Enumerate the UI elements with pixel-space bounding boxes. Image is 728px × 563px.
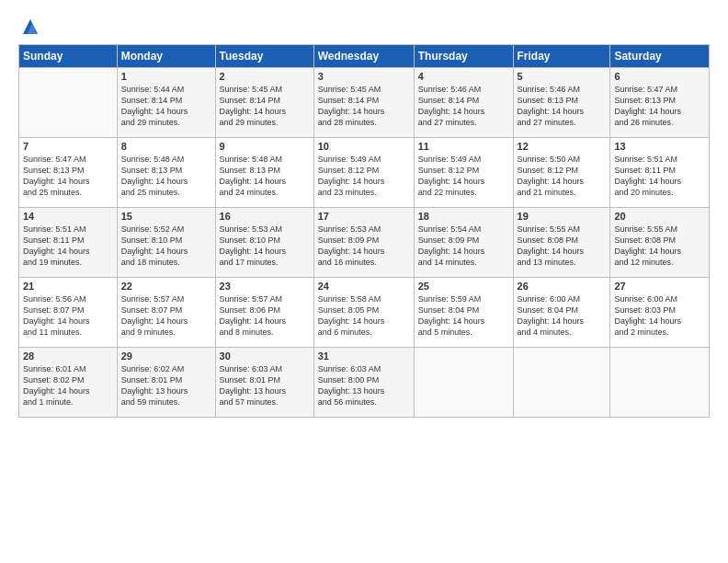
day-number: 25: [418, 281, 509, 292]
day-number: 13: [614, 141, 705, 152]
day-number: 28: [23, 350, 113, 362]
day-number: 17: [318, 211, 410, 222]
weekday-header-sunday: Sunday: [19, 45, 118, 68]
calendar-week-row: 21Sunrise: 5:56 AM Sunset: 8:07 PM Dayli…: [19, 278, 710, 348]
day-number: 22: [121, 281, 211, 292]
calendar-cell: 6Sunrise: 5:47 AM Sunset: 8:13 PM Daylig…: [610, 68, 710, 138]
day-number: 4: [418, 71, 509, 82]
calendar-cell: 8Sunrise: 5:48 AM Sunset: 8:13 PM Daylig…: [117, 138, 215, 208]
day-number: 29: [121, 350, 211, 362]
cell-info: Sunrise: 6:00 AM Sunset: 8:03 PM Dayligh…: [614, 293, 705, 339]
day-number: 6: [614, 71, 705, 82]
calendar-week-row: 14Sunrise: 5:51 AM Sunset: 8:11 PM Dayli…: [19, 208, 710, 278]
day-number: 10: [318, 141, 410, 152]
cell-info: Sunrise: 5:59 AM Sunset: 8:04 PM Dayligh…: [418, 293, 509, 339]
cell-info: Sunrise: 5:50 AM Sunset: 8:12 PM Dayligh…: [518, 154, 607, 199]
cell-info: Sunrise: 5:45 AM Sunset: 8:14 PM Dayligh…: [220, 84, 310, 129]
calendar-cell: 10Sunrise: 5:49 AM Sunset: 8:12 PM Dayli…: [313, 138, 414, 208]
cell-info: Sunrise: 5:58 AM Sunset: 8:05 PM Dayligh…: [318, 293, 410, 339]
calendar-cell: 23Sunrise: 5:57 AM Sunset: 8:06 PM Dayli…: [215, 278, 313, 348]
calendar-cell: 15Sunrise: 5:52 AM Sunset: 8:10 PM Dayli…: [117, 208, 215, 278]
cell-info: Sunrise: 5:48 AM Sunset: 8:13 PM Dayligh…: [220, 154, 310, 199]
day-number: 5: [518, 71, 607, 82]
cell-info: Sunrise: 5:47 AM Sunset: 8:13 PM Dayligh…: [614, 84, 705, 129]
cell-info: Sunrise: 5:44 AM Sunset: 8:14 PM Dayligh…: [121, 84, 211, 129]
cell-info: Sunrise: 5:55 AM Sunset: 8:08 PM Dayligh…: [518, 224, 607, 269]
calendar-cell: 4Sunrise: 5:46 AM Sunset: 8:14 PM Daylig…: [414, 68, 513, 138]
calendar-cell: 31Sunrise: 6:03 AM Sunset: 8:00 PM Dayli…: [313, 348, 414, 418]
day-number: 19: [518, 211, 607, 222]
calendar-cell: 20Sunrise: 5:55 AM Sunset: 8:08 PM Dayli…: [610, 208, 710, 278]
cell-info: Sunrise: 5:47 AM Sunset: 8:13 PM Dayligh…: [23, 154, 113, 199]
cell-info: Sunrise: 5:49 AM Sunset: 8:12 PM Dayligh…: [418, 154, 509, 199]
calendar-cell: 30Sunrise: 6:03 AM Sunset: 8:01 PM Dayli…: [215, 348, 313, 418]
day-number: 1: [121, 71, 211, 82]
calendar-cell: 19Sunrise: 5:55 AM Sunset: 8:08 PM Dayli…: [513, 208, 610, 278]
cell-info: Sunrise: 5:49 AM Sunset: 8:12 PM Dayligh…: [318, 154, 410, 199]
calendar-cell: 7Sunrise: 5:47 AM Sunset: 8:13 PM Daylig…: [19, 138, 118, 208]
day-number: 30: [220, 350, 310, 362]
cell-info: Sunrise: 6:02 AM Sunset: 8:01 PM Dayligh…: [121, 363, 211, 408]
day-number: 27: [614, 281, 705, 292]
cell-info: Sunrise: 5:51 AM Sunset: 8:11 PM Dayligh…: [614, 154, 705, 199]
calendar-cell: 14Sunrise: 5:51 AM Sunset: 8:11 PM Dayli…: [19, 208, 118, 278]
calendar-week-row: 7Sunrise: 5:47 AM Sunset: 8:13 PM Daylig…: [19, 138, 710, 208]
weekday-header-thursday: Thursday: [414, 45, 513, 68]
calendar-cell: [513, 348, 610, 418]
calendar-table: SundayMondayTuesdayWednesdayThursdayFrid…: [18, 44, 710, 418]
calendar-cell: 25Sunrise: 5:59 AM Sunset: 8:04 PM Dayli…: [414, 278, 513, 348]
cell-info: Sunrise: 5:48 AM Sunset: 8:13 PM Dayligh…: [121, 154, 211, 199]
day-number: 21: [23, 281, 113, 292]
cell-info: Sunrise: 5:45 AM Sunset: 8:14 PM Dayligh…: [318, 84, 410, 129]
calendar-week-row: 28Sunrise: 6:01 AM Sunset: 8:02 PM Dayli…: [19, 348, 710, 418]
calendar-cell: 2Sunrise: 5:45 AM Sunset: 8:14 PM Daylig…: [215, 68, 313, 138]
day-number: 14: [23, 211, 113, 222]
day-number: 2: [220, 71, 310, 82]
calendar-cell: 21Sunrise: 5:56 AM Sunset: 8:07 PM Dayli…: [19, 278, 118, 348]
calendar-cell: 17Sunrise: 5:53 AM Sunset: 8:09 PM Dayli…: [313, 208, 414, 278]
cell-info: Sunrise: 5:55 AM Sunset: 8:08 PM Dayligh…: [614, 224, 705, 269]
calendar-cell: 29Sunrise: 6:02 AM Sunset: 8:01 PM Dayli…: [117, 348, 215, 418]
cell-info: Sunrise: 5:56 AM Sunset: 8:07 PM Dayligh…: [23, 293, 113, 339]
calendar-cell: [414, 348, 513, 418]
day-number: 16: [220, 211, 310, 222]
cell-info: Sunrise: 5:57 AM Sunset: 8:07 PM Dayligh…: [121, 293, 211, 339]
day-number: 31: [318, 350, 410, 362]
cell-info: Sunrise: 6:01 AM Sunset: 8:02 PM Dayligh…: [23, 363, 113, 408]
calendar-cell: 3Sunrise: 5:45 AM Sunset: 8:14 PM Daylig…: [313, 68, 414, 138]
calendar-cell: 26Sunrise: 6:00 AM Sunset: 8:04 PM Dayli…: [513, 278, 610, 348]
calendar-cell: 22Sunrise: 5:57 AM Sunset: 8:07 PM Dayli…: [117, 278, 215, 348]
weekday-header-monday: Monday: [117, 45, 215, 68]
weekday-header-saturday: Saturday: [610, 45, 710, 68]
day-number: 8: [121, 141, 211, 152]
calendar-cell: [610, 348, 710, 418]
cell-info: Sunrise: 5:53 AM Sunset: 8:09 PM Dayligh…: [318, 224, 410, 269]
cell-info: Sunrise: 5:51 AM Sunset: 8:11 PM Dayligh…: [23, 224, 113, 269]
calendar-cell: 24Sunrise: 5:58 AM Sunset: 8:05 PM Dayli…: [313, 278, 414, 348]
cell-info: Sunrise: 5:53 AM Sunset: 8:10 PM Dayligh…: [220, 224, 310, 269]
weekday-header-friday: Friday: [513, 45, 610, 68]
day-number: 3: [318, 71, 410, 82]
calendar-container: SundayMondayTuesdayWednesdayThursdayFrid…: [0, 0, 728, 427]
day-number: 23: [220, 281, 310, 292]
cell-info: Sunrise: 5:46 AM Sunset: 8:13 PM Dayligh…: [518, 84, 607, 129]
cell-info: Sunrise: 6:00 AM Sunset: 8:04 PM Dayligh…: [518, 293, 607, 339]
cell-info: Sunrise: 6:03 AM Sunset: 8:01 PM Dayligh…: [220, 363, 310, 408]
calendar-cell: 12Sunrise: 5:50 AM Sunset: 8:12 PM Dayli…: [513, 138, 610, 208]
day-number: 7: [23, 141, 113, 152]
day-number: 20: [614, 211, 705, 222]
cell-info: Sunrise: 5:52 AM Sunset: 8:10 PM Dayligh…: [121, 224, 211, 269]
calendar-cell: 27Sunrise: 6:00 AM Sunset: 8:03 PM Dayli…: [610, 278, 710, 348]
day-number: 11: [418, 141, 509, 152]
cell-info: Sunrise: 6:03 AM Sunset: 8:00 PM Dayligh…: [318, 363, 410, 408]
weekday-header-tuesday: Tuesday: [215, 45, 313, 68]
cell-info: Sunrise: 5:46 AM Sunset: 8:14 PM Dayligh…: [418, 84, 509, 129]
logo-icon: [20, 17, 40, 37]
calendar-cell: 13Sunrise: 5:51 AM Sunset: 8:11 PM Dayli…: [610, 138, 710, 208]
day-number: 18: [418, 211, 509, 222]
calendar-cell: 9Sunrise: 5:48 AM Sunset: 8:13 PM Daylig…: [215, 138, 313, 208]
calendar-cell: 1Sunrise: 5:44 AM Sunset: 8:14 PM Daylig…: [117, 68, 215, 138]
header: [18, 17, 710, 33]
logo: [18, 17, 40, 33]
day-number: 9: [220, 141, 310, 152]
